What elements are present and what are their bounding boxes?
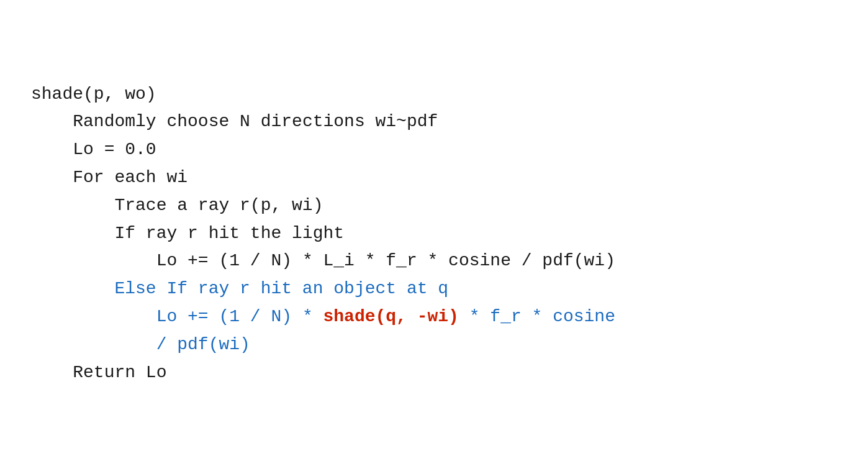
indent	[31, 196, 114, 215]
indent	[31, 251, 156, 270]
line-8: Else If ray r hit an object at q	[31, 275, 837, 303]
line-4: For each wi	[31, 164, 837, 192]
code-segment-blue: / pdf(wi)	[156, 335, 250, 354]
code-segment-black: Trace a ray r(p, wi)	[114, 196, 323, 215]
code-segment-blue: * f_r * cosine	[459, 307, 615, 326]
code-segment-blue: Lo += (1 / N) *	[156, 307, 323, 326]
indent	[31, 112, 73, 131]
indent	[31, 224, 114, 243]
code-segment-black: Lo = 0.0	[73, 140, 156, 159]
indent	[31, 363, 73, 382]
indent	[31, 140, 73, 159]
line-1: shade(p, wo)	[31, 81, 837, 109]
line-3: Lo = 0.0	[31, 136, 837, 164]
line-7: Lo += (1 / N) * L_i * f_r * cosine / pdf…	[31, 247, 837, 275]
indent	[31, 279, 114, 298]
code-segment-black: Lo += (1 / N) * L_i * f_r * cosine / pdf…	[156, 251, 615, 270]
line-5: Trace a ray r(p, wi)	[31, 192, 837, 220]
code-segment-red: shade(q, -wi)	[323, 307, 458, 326]
code-segment-black: Randomly choose N directions wi~pdf	[73, 112, 438, 131]
indent	[31, 307, 156, 326]
code-segment-black: Return Lo	[73, 363, 166, 382]
code-segment-black: shade(p, wo)	[31, 85, 156, 104]
line-6: If ray r hit the light	[31, 220, 837, 248]
line-11: Return Lo	[31, 359, 837, 387]
code-segment-black: For each wi	[73, 168, 188, 187]
indent	[31, 168, 73, 187]
code-segment-black: If ray r hit the light	[114, 224, 344, 243]
indent	[31, 335, 156, 354]
code-block: shade(p, wo) Randomly choose N direction…	[31, 25, 837, 386]
line-10: / pdf(wi)	[31, 331, 837, 359]
line-9: Lo += (1 / N) * shade(q, -wi) * f_r * co…	[31, 303, 837, 331]
code-segment-blue: Else If ray r hit an object at q	[114, 279, 448, 298]
line-2: Randomly choose N directions wi~pdf	[31, 108, 837, 136]
